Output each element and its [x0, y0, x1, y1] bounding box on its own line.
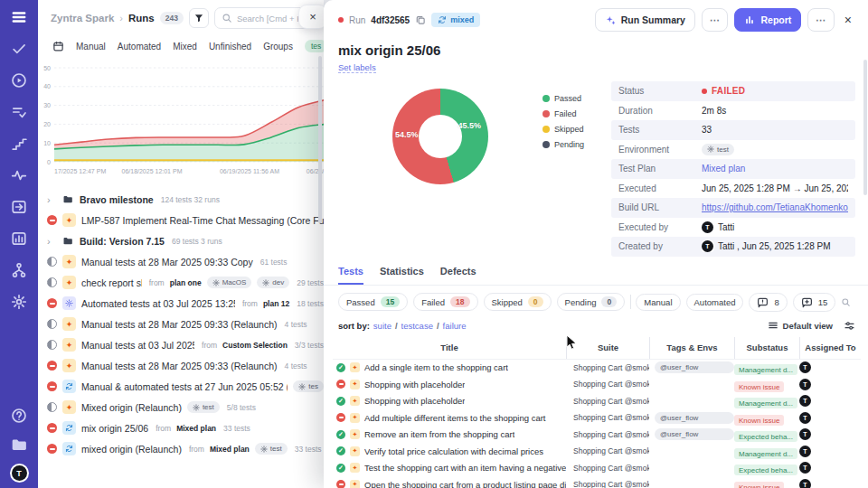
run-list-item[interactable]: ✦Mixed origin (Relaunch)test5/8 tests — [47, 397, 324, 418]
tab-defects[interactable]: Defects — [440, 266, 476, 285]
tab-mixed[interactable]: Mixed — [173, 42, 197, 52]
comment-filter-chip[interactable]: 8 — [749, 293, 787, 312]
info-link[interactable]: https://github.com/TetianaKhomenko/Load-… — [702, 202, 848, 212]
table-row[interactable]: ✦Shopping with placeholderShopping Cart … — [333, 376, 861, 393]
substatus-chip[interactable]: Expected beha... — [734, 465, 797, 475]
assignee-avatar[interactable]: T — [799, 479, 811, 488]
run-from-value[interactable]: Custom Selection — [222, 341, 288, 350]
env-tag-chip[interactable]: test — [187, 401, 220, 413]
user-flow-tag-chip[interactable]: @user_flow — [655, 412, 734, 424]
env-tag-chip[interactable]: MacOS — [207, 277, 252, 288]
tab-statistics[interactable]: Statistics — [380, 266, 424, 285]
run-list-item[interactable]: ✦LMP-587 Implement Real-Time Chat Messag… — [47, 210, 324, 230]
substatus-chip[interactable]: Management d... — [734, 364, 797, 375]
mode-chip-automated[interactable]: Automated — [686, 294, 744, 311]
table-row[interactable]: ✦Verify total price calculation with dec… — [333, 443, 861, 460]
sort-link-failure[interactable]: failure — [443, 321, 467, 331]
bar-chart-icon[interactable] — [11, 230, 27, 247]
menu-icon[interactable] — [11, 9, 27, 25]
filter-chip-passed[interactable]: Passed15 — [338, 293, 408, 311]
assignee-avatar[interactable]: T — [799, 379, 811, 390]
filter-chip-failed[interactable]: Failed18 — [413, 293, 477, 311]
expand-chevron-icon[interactable]: › — [47, 236, 55, 247]
help-icon[interactable] — [11, 408, 27, 424]
tab-manual[interactable]: Manual — [76, 42, 106, 52]
env-tag-chip[interactable]: test — [255, 443, 288, 455]
copy-icon[interactable] — [415, 14, 426, 25]
column-header-substatus[interactable]: Substatus — [734, 337, 799, 359]
more-actions-button[interactable]: ⋯ — [807, 8, 835, 32]
play-circle-icon[interactable] — [11, 72, 27, 89]
steps-icon[interactable] — [11, 136, 27, 152]
assignee-avatar[interactable]: T — [799, 428, 811, 440]
tab-automated[interactable]: Automated — [118, 42, 161, 52]
run-list-item[interactable]: ›Bravo milestone124 tests 32 runs — [47, 189, 324, 210]
assignee-avatar[interactable]: T — [799, 361, 811, 373]
assignee-avatar[interactable]: T — [799, 446, 811, 457]
expand-chevron-icon[interactable]: › — [47, 194, 55, 205]
assignee-avatar[interactable]: T — [799, 462, 811, 474]
sort-link-testcase[interactable]: testcase — [401, 321, 433, 331]
user-avatar[interactable]: T — [12, 465, 27, 481]
list-check-icon[interactable] — [11, 104, 27, 120]
tab-unfinished[interactable]: Unfinished — [209, 42, 251, 52]
breadcrumb-app[interactable]: Zyntra Spark — [51, 13, 114, 23]
set-labels-link[interactable]: Set labels — [338, 62, 376, 73]
tab-groups[interactable]: Groups — [263, 42, 293, 52]
mode-chip-manual[interactable]: Manual — [636, 294, 680, 311]
table-row[interactable]: ✦Shopping with placeholderShopping Cart … — [333, 393, 861, 410]
run-from-value[interactable]: Mixed plan — [210, 445, 250, 454]
table-row[interactable]: ✦Remove an item from the shopping cartSh… — [333, 427, 861, 444]
run-list-item[interactable]: ✦Manual tests at 03 Jul 2025 12:08fromCu… — [47, 334, 324, 355]
assignee-avatar[interactable]: T — [799, 412, 811, 424]
filter-chip-skipped[interactable]: Skipped0 — [484, 293, 552, 311]
substatus-chip[interactable]: Management d... — [734, 398, 797, 408]
check-icon[interactable] — [11, 41, 27, 57]
close-run-detail-button[interactable]: × — [841, 11, 855, 29]
test-tag-chip[interactable]: tes — [305, 40, 324, 52]
substatus-chip[interactable]: Known issue — [734, 482, 784, 488]
branch-icon[interactable] — [11, 262, 27, 278]
table-row[interactable]: ✦Test the shopping cart with an item hav… — [333, 460, 861, 477]
environment-chip[interactable]: test — [702, 144, 734, 155]
run-list-item[interactable]: Automated tests at 03 Jul 2025 13:25from… — [47, 293, 324, 314]
tab-tests[interactable]: Tests — [338, 266, 363, 285]
results-search-input[interactable]: Search by title/mes — [841, 297, 855, 307]
run-list-item[interactable]: ✦Manual tests at 28 Mar 2025 09:33 (Rela… — [47, 355, 324, 376]
filter-chip-pending[interactable]: Pending0 — [557, 293, 626, 311]
user-flow-tag-chip[interactable]: @user_flow — [655, 428, 734, 440]
run-from-value[interactable]: Mixed plan — [176, 424, 216, 433]
env-tag-chip[interactable]: dev — [257, 277, 289, 288]
run-from-value[interactable]: plan 12 — [263, 299, 289, 308]
folder-icon[interactable] — [11, 436, 27, 453]
run-list-item[interactable]: mixed origin (Relaunch)fromMixed plantes… — [47, 438, 324, 459]
sort-link-suite[interactable]: suite — [373, 321, 392, 331]
substatus-chip[interactable]: Known issue — [734, 381, 784, 392]
pulse-icon[interactable] — [11, 167, 27, 183]
login-icon[interactable] — [11, 199, 27, 215]
runs-board-icon[interactable] — [52, 41, 64, 52]
table-row[interactable]: ✦Open the shopping cart from a product l… — [333, 476, 861, 488]
run-list-item[interactable]: ✦Manual tests at 28 Mar 2025 09:33 (Rela… — [47, 314, 324, 334]
run-list-item[interactable]: ✦Manual tests at 28 Mar 2025 09:33 Copy6… — [47, 251, 324, 272]
run-summary-button[interactable]: Run Summary — [595, 8, 695, 32]
run-summary-more-button[interactable]: ⋯ — [702, 8, 729, 32]
env-tag-chip[interactable]: tes — [293, 380, 324, 392]
gear-icon[interactable] — [11, 294, 27, 310]
table-row[interactable]: ✦Add a single item to the shopping cartS… — [333, 360, 861, 377]
default-view-button[interactable]: Default view — [768, 320, 833, 331]
user-flow-tag-chip[interactable]: @user_flow — [655, 361, 734, 373]
filter-button[interactable] — [189, 8, 209, 28]
runs-list-scrollbar[interactable] — [318, 56, 322, 223]
sliders-icon[interactable] — [844, 320, 855, 332]
substatus-chip[interactable]: Expected beha... — [734, 431, 797, 442]
run-detail-scrollbar[interactable] — [863, 60, 867, 195]
column-header-title[interactable]: Title — [333, 337, 566, 359]
run-list-item[interactable]: ›Build: Version 7.1569 tests 3 runs — [47, 230, 324, 251]
run-list-item[interactable]: mix origin 25/06fromMixed plan33 tests — [47, 418, 324, 438]
substatus-chip[interactable]: Management d... — [734, 448, 797, 459]
table-row[interactable]: ✦Add multiple different items to the sho… — [333, 409, 861, 427]
column-header-tags-envs[interactable]: Tags & Envs — [649, 337, 734, 359]
run-list-item[interactable]: ✦check report sharingfromplan oneMacOSde… — [47, 272, 324, 293]
column-header-assigned-to[interactable]: Assigned To — [799, 337, 861, 359]
